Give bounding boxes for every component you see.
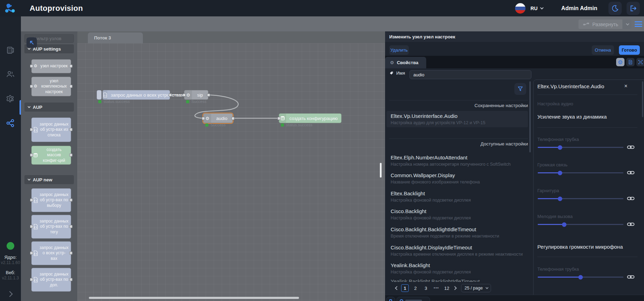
setting-title: Eltex.Elph.NumberAutoAttendant xyxy=(391,155,524,160)
palette-node-query-list[interactable]: запрос данных об устр-вах из списка xyxy=(31,118,71,142)
setting-item[interactable]: Eltex.Backlight Настройка фоновой подсве… xyxy=(386,188,528,205)
input-port xyxy=(30,278,33,281)
palette-section-aup-new[interactable]: AUP new xyxy=(24,175,74,184)
next-page-button[interactable] xyxy=(453,286,457,290)
name-input[interactable] xyxy=(409,70,531,79)
setting-item[interactable]: Eltex.Elph.NumberAutoAttendant Настройка… xyxy=(386,152,528,169)
done-button[interactable]: Готово xyxy=(619,45,640,55)
deploy-button[interactable]: Развернуть xyxy=(578,20,631,29)
palette-node-settings[interactable]: ⚙ узел настроек xyxy=(31,59,71,73)
delete-button[interactable]: Удалить xyxy=(389,45,409,55)
palette-node-complex-settings[interactable]: ⚙ узел комплексных настроек xyxy=(31,77,71,96)
page-button-active[interactable]: 1 xyxy=(401,284,409,292)
palette-node-query-by-extra[interactable]: запрос данных об устр-вах по доп. xyxy=(31,268,71,292)
palette-section-aup[interactable]: AUP xyxy=(24,103,74,112)
node-label: создать массив конфиг-ций xyxy=(39,146,71,165)
palette-node-query-by-choice[interactable]: запрос данных об устр-вах по выбору xyxy=(31,188,71,212)
flow-icon xyxy=(583,21,590,28)
slider-thumb[interactable] xyxy=(558,196,562,201)
flow-node-sip[interactable]: ⚙ sip xyxy=(184,90,208,100)
detail-panel-scrollbar[interactable] xyxy=(642,81,643,117)
page-size-select[interactable]: 25 / page xyxy=(461,284,491,292)
node-label: узел комплексных настроек xyxy=(39,77,71,96)
sidebar-item-flows[interactable] xyxy=(0,116,21,130)
input-port[interactable] xyxy=(202,117,205,120)
slider-thumb[interactable] xyxy=(578,275,583,279)
page-button[interactable]: 2 xyxy=(412,284,419,292)
settings-list-scrollbar[interactable] xyxy=(529,81,531,152)
node-label: запрос данных об устр-вах по тегу xyxy=(39,217,71,236)
setting-item-selected[interactable]: Eltex.Vp.Userinterface.Audio Настройка а… xyxy=(386,111,528,127)
deploy-options-caret[interactable] xyxy=(622,20,631,29)
slider-thumb[interactable] xyxy=(558,171,562,175)
link-icon[interactable] xyxy=(627,221,635,227)
slider-thumb[interactable] xyxy=(558,145,562,150)
setting-detail-panel: Eltex.Vp.Userinterface.Audio × Настройка… xyxy=(533,80,644,295)
page-button[interactable]: 3 xyxy=(422,284,430,292)
properties-view-button[interactable]: ⚙ xyxy=(616,58,624,66)
canvas-vertical-scrollbar[interactable] xyxy=(380,163,382,178)
setting-title: Eltex.Vp.Userinterface.Audio xyxy=(391,113,524,119)
filter-button[interactable] xyxy=(514,83,526,95)
link-icon[interactable] xyxy=(627,274,635,280)
divider xyxy=(537,95,637,95)
output-port[interactable] xyxy=(207,93,210,97)
previous-page-button[interactable] xyxy=(395,286,399,290)
inject-button[interactable] xyxy=(97,90,102,100)
language-selector[interactable]: RU xyxy=(530,6,542,11)
input-port[interactable] xyxy=(277,117,281,120)
setting-item[interactable]: Yealink.Backlight Настройка фоновой подс… xyxy=(386,260,528,277)
close-icon[interactable]: × xyxy=(622,83,629,90)
canvas-horizontal-scrollbar[interactable] xyxy=(89,297,299,299)
setting-item[interactable]: Cisco.Backlight.DisplayIdleTimeout Настр… xyxy=(386,242,528,259)
output-port[interactable] xyxy=(169,93,172,97)
logout-button[interactable] xyxy=(627,2,640,15)
flow-node-audio[interactable]: ⚙ audio xyxy=(203,113,233,123)
palette-node-query-by-tag[interactable]: запрос данных об устр-вах по тегу xyxy=(31,215,71,239)
sidebar-item-users[interactable] xyxy=(0,67,21,81)
sidebar-item-settings[interactable] xyxy=(0,92,21,106)
menu-button[interactable] xyxy=(634,21,643,28)
setting-item[interactable]: Cisco.Backlight.BacklightIdleTimeout Вре… xyxy=(386,224,528,241)
slider-thumb[interactable] xyxy=(562,222,567,227)
setting-item[interactable]: Cisco.Backlight Настройка фоновой подсве… xyxy=(386,206,528,223)
slider-mic-handset[interactable] xyxy=(538,277,623,278)
partial-button[interactable] xyxy=(397,297,430,301)
input-port[interactable] xyxy=(183,93,186,97)
setting-description: Настройка времени отключения дисплея в р… xyxy=(391,252,524,257)
flow-workspace[interactable]: запрос данных о всех устройствах status.… xyxy=(77,43,385,301)
slider-ringtone[interactable] xyxy=(538,224,623,225)
slider-headset[interactable] xyxy=(538,198,623,199)
slider-handset[interactable] xyxy=(538,147,623,148)
palette-node-query-all[interactable]: запрос данных о всех устр-вах xyxy=(31,241,71,265)
theme-toggle-button[interactable] xyxy=(608,2,622,15)
sidebar-item-devices[interactable] xyxy=(0,43,21,57)
flow-node-query-all-devices[interactable]: запрос данных о всех устройствах xyxy=(102,90,170,100)
tab-properties[interactable]: ⚙ Свойства xyxy=(385,57,426,68)
output-port[interactable] xyxy=(231,117,235,120)
palette-node-create-config-array[interactable]: создать массив конфиг-ций xyxy=(31,146,71,165)
appearance-view-button[interactable] xyxy=(636,58,644,66)
page-button[interactable]: 12 xyxy=(443,284,451,292)
flow-tab[interactable]: Поток 3 xyxy=(88,32,143,43)
cancel-button[interactable]: Отмена xyxy=(592,45,614,55)
slider-speakerphone[interactable] xyxy=(538,172,623,173)
setting-item-clipped[interactable]: Yealink.Backlight.BacklightIdleTimeout xyxy=(386,278,528,282)
select-tool-button[interactable] xyxy=(26,37,37,48)
status-text: Success xyxy=(191,99,206,104)
output-port xyxy=(69,251,72,255)
flow-node-create-configuration[interactable]: создать конфигурацию xyxy=(279,113,342,123)
palette-filter-input[interactable] xyxy=(33,36,71,41)
link-icon[interactable] xyxy=(627,144,635,150)
setting-item[interactable]: Common.Wallpaper.Display Название фоново… xyxy=(386,170,528,187)
status-dot xyxy=(281,123,284,127)
page-ellipsis[interactable]: ••• xyxy=(432,284,440,292)
slider-fill xyxy=(538,198,560,199)
slider-label: Телефонная трубка xyxy=(537,137,579,142)
description-view-button[interactable] xyxy=(626,58,635,66)
partial-icon-button[interactable] xyxy=(386,297,395,301)
sidebar-expand-chevron-icon[interactable] xyxy=(7,291,13,297)
link-icon[interactable] xyxy=(627,196,635,201)
link-icon[interactable] xyxy=(627,170,635,175)
node-label: запрос данных о всех устр-вах xyxy=(39,244,71,263)
